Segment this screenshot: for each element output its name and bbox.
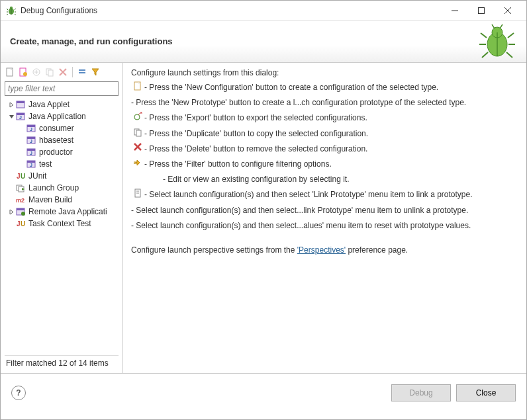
instruction-line: - Press the 'New Prototype' button to cr… [131,97,518,109]
remote-icon [15,207,27,216]
svg-line-21 [482,52,488,58]
filter-input[interactable] [5,81,119,96]
debug-button[interactable]: Debug [391,384,451,401]
tree-item-label: Task Context Test [27,219,91,228]
svg-text:J: J [30,151,32,155]
applet-icon [15,100,27,109]
duplicate-icon[interactable] [44,67,55,77]
config-toolbar [5,67,119,81]
maven-icon: m2 [15,195,27,204]
javaapp-icon: J [26,147,38,157]
duplicate-icon [131,128,144,137]
config-tree[interactable]: Java AppletJJava ApplicationJconsumerJhb… [5,99,119,353]
svg-line-8 [15,14,16,15]
tree-arrow-icon[interactable] [7,102,15,108]
export-icon[interactable] [31,67,42,77]
instruction-text: - Press the 'New Prototype' button to cr… [131,97,518,109]
javaapp-icon: J [15,112,27,121]
launchgroup-icon [15,183,27,192]
javaapp-icon: J [26,124,38,133]
tree-item[interactable]: m2Maven Build [5,194,119,206]
tree-item-label: Java Application [27,112,86,121]
svg-rect-10 [479,7,485,13]
new-prototype-icon[interactable] [18,67,28,77]
delete-icon[interactable] [58,67,68,77]
javaapp-icon: J [26,136,38,145]
svg-rect-34 [79,72,85,73]
instruction-line: - Select launch configuration(s) and the… [131,204,518,217]
content-panel: Configure launch settings from this dial… [123,63,526,373]
perspectives-link[interactable]: 'Perspectives' [297,245,346,255]
tree-item-label: hbasetest [38,136,73,145]
svg-line-22 [506,52,512,58]
tree-item[interactable]: Launch Group [5,182,119,194]
tree-item[interactable]: Jtest [5,158,119,170]
instruction-line: - Press the 'Duplicate' button to copy t… [131,128,518,140]
svg-line-24 [500,24,503,28]
tree-item[interactable]: Jhbasetest [5,134,119,146]
instruction-line: - Press the 'Export' button to export th… [131,112,518,124]
svg-line-7 [7,14,8,15]
svg-text:J: J [30,127,32,132]
new-icon [131,81,144,91]
help-icon[interactable]: ? [11,386,26,400]
svg-text:m2: m2 [16,197,24,204]
toolbar-separator [72,67,73,77]
task-icon: JU [15,219,27,228]
svg-text:J: J [30,139,32,144]
tree-item-label: consumer [38,124,74,133]
footer-text: Configure launch perspective settings fr… [131,245,518,255]
svg-text:J: J [19,115,22,120]
tree-item[interactable]: JUJUnit [5,170,119,182]
instruction-text: - Edit or view an existing configuration… [163,173,518,186]
tree-item[interactable]: Jproductor [5,146,119,158]
minimize-button[interactable] [442,1,468,20]
tree-item[interactable]: JUTask Context Test [5,218,119,230]
instruction-text: - Press the 'Delete' button to remove th… [144,143,518,155]
maximize-button[interactable] [468,1,495,20]
svg-text:U: U [21,220,25,228]
filter-icon [131,158,144,167]
link-icon [131,189,144,198]
svg-point-27 [23,72,27,76]
svg-line-18 [508,33,514,38]
export-icon [131,112,144,121]
javaapp-icon: J [26,159,38,169]
svg-rect-33 [79,69,85,71]
page-title: Create, manage, and run configurations [10,36,173,46]
tree-item[interactable]: Remote Java Applicati [5,206,119,218]
tree-arrow-icon[interactable] [7,114,15,120]
junit-icon: JU [15,171,27,181]
svg-line-4 [15,9,16,10]
svg-line-23 [492,24,495,28]
collapse-all-icon[interactable] [77,67,87,77]
tree-item[interactable]: Java Applet [5,99,119,110]
window-title: Debug Configurations [21,6,442,15]
tree-item-label: Launch Group [27,183,79,192]
svg-text:J: J [17,220,21,228]
svg-text:J: J [17,173,21,180]
tree-item-label: Remote Java Applicati [27,207,107,216]
bug-icon [6,5,17,16]
svg-text:J: J [30,163,32,167]
close-button[interactable] [495,1,521,20]
tree-item[interactable]: JJava Application [5,110,119,122]
instruction-line: - Select launch configuration(s) and the… [131,189,518,201]
filter-status: Filter matched 12 of 14 items [5,355,119,370]
tree-item-label: test [38,159,52,169]
tree-item-label: JUnit [27,171,46,181]
close-dialog-button[interactable]: Close [456,384,516,401]
instruction-text: - Select launch configuration(s) and the… [144,189,518,201]
tree-item-label: Maven Build [27,195,72,204]
instruction-text: - Select launch configuration(s) and the… [131,220,518,232]
svg-point-63 [134,114,140,120]
filter-icon[interactable] [90,67,101,77]
tree-item[interactable]: Jconsumer [5,122,119,134]
svg-rect-65 [136,130,141,136]
instruction-line: - Select launch configuration(s) and the… [131,220,518,232]
new-config-icon[interactable] [5,67,15,77]
svg-point-59 [21,212,25,216]
intro-text: Configure launch settings from this dial… [131,68,518,77]
instruction-text: - Press the 'Export' button to export th… [144,112,518,124]
tree-arrow-icon[interactable] [7,209,15,215]
